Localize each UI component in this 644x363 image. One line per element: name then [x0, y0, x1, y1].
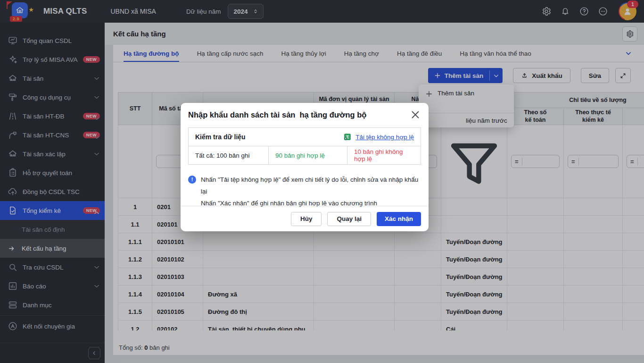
- total-records-cell: Tất cả: 100 bản ghi: [189, 146, 268, 164]
- modal-title: Nhập khẩu danh sách tài sản: [188, 110, 295, 119]
- modal-note: ! Nhấn "Tải tệp không hợp lệ" để xem chi…: [181, 165, 429, 209]
- confirm-button[interactable]: Xác nhận: [377, 212, 421, 226]
- back-button[interactable]: Quay lại: [327, 212, 371, 226]
- invalid-file-link[interactable]: Tải tệp không hợp lệ: [355, 134, 414, 141]
- invalid-records-cell: 10 bản ghi không hợp lệ: [347, 146, 421, 164]
- check-result-table: Kiểm tra dữ liệu Tải tệp không hợp lệ Tấ…: [188, 127, 421, 165]
- info-icon: !: [188, 176, 196, 184]
- cancel-button[interactable]: Hủy: [291, 212, 322, 226]
- excel-icon: [343, 133, 352, 141]
- valid-records-cell: 90 bản ghi hợp lệ: [268, 146, 347, 164]
- app-window: ★ 2.9 MISA QLTS UBND xã MISA Dữ liệu năm…: [0, 0, 644, 363]
- note-line-1: Nhấn "Tải tệp không hợp lệ" để xem chi t…: [201, 176, 418, 195]
- modal-title-sub: hạ tầng đường bộ: [299, 110, 366, 119]
- modal-header: Nhập khẩu danh sách tài sản hạ tầng đườn…: [181, 103, 429, 120]
- check-result-row: Tất cả: 100 bản ghi 90 bản ghi hợp lệ 10…: [189, 146, 421, 164]
- close-icon[interactable]: [410, 109, 421, 120]
- modal-footer: Hủy Quay lại Xác nhận: [181, 206, 429, 231]
- import-result-modal: Nhập khẩu danh sách tài sản hạ tầng đườn…: [181, 103, 429, 231]
- check-label: Kiểm tra dữ liệu: [195, 133, 246, 141]
- check-result-header: Kiểm tra dữ liệu Tải tệp không hợp lệ: [189, 128, 421, 146]
